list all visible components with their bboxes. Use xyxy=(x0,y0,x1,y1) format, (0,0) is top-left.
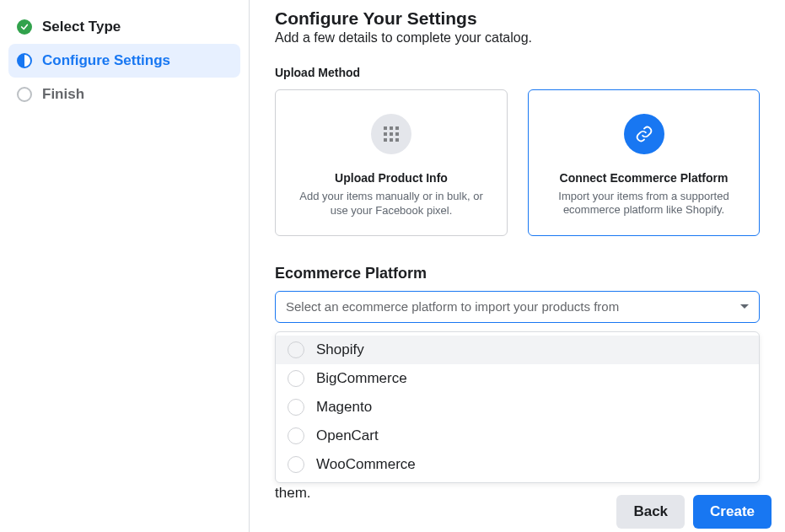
method-upload-product-info[interactable]: Upload Product Info Add your items manua… xyxy=(275,89,508,236)
platform-option-shopify[interactable]: Shopify xyxy=(276,336,759,364)
platform-option-magento[interactable]: Magento xyxy=(276,393,759,422)
check-circle-icon xyxy=(17,19,32,35)
svg-rect-1 xyxy=(390,126,393,130)
ecommerce-platform-dropdown: Shopify BigCommerce Magento OpenCart Woo… xyxy=(275,331,760,483)
create-button[interactable]: Create xyxy=(693,495,772,529)
step-finish[interactable]: Finish xyxy=(8,78,240,111)
select-placeholder: Select an ecommerce platform to import y… xyxy=(286,299,619,314)
platform-option-woocommerce[interactable]: WooCommerce xyxy=(276,450,759,479)
svg-rect-2 xyxy=(395,126,399,130)
platform-option-label: BigCommerce xyxy=(316,370,407,387)
method-description: Import your items from a supported ecomm… xyxy=(544,190,745,218)
radio-icon xyxy=(288,427,304,444)
page-title: Configure Your Settings xyxy=(275,8,760,29)
svg-rect-0 xyxy=(384,126,387,130)
step-label: Select Type xyxy=(42,19,121,35)
empty-circle-icon xyxy=(17,87,32,102)
radio-icon xyxy=(288,456,304,473)
svg-rect-5 xyxy=(395,132,399,136)
svg-rect-4 xyxy=(390,132,393,136)
caret-down-icon xyxy=(740,304,749,309)
platform-option-label: Shopify xyxy=(316,341,364,358)
upload-method-label: Upload Method xyxy=(275,66,760,79)
grid-icon xyxy=(371,114,411,154)
link-icon xyxy=(624,114,664,154)
radio-icon xyxy=(288,370,304,387)
radio-icon xyxy=(288,341,304,358)
svg-rect-6 xyxy=(384,138,387,142)
half-circle-progress-icon xyxy=(17,53,32,68)
method-title: Upload Product Info xyxy=(291,171,492,185)
step-configure-settings[interactable]: Configure Settings xyxy=(8,44,240,78)
footer-actions: Back Create xyxy=(616,495,772,529)
platform-option-label: OpenCart xyxy=(316,427,379,444)
platform-option-label: Magento xyxy=(316,399,372,416)
wizard-sidebar: Select Type Configure Settings Finish xyxy=(0,0,250,532)
svg-rect-7 xyxy=(390,138,393,142)
platform-option-opencart[interactable]: OpenCart xyxy=(276,422,759,450)
svg-rect-3 xyxy=(384,132,387,136)
page-subtitle: Add a few details to complete your catal… xyxy=(275,30,760,46)
ecommerce-platform-select[interactable]: Select an ecommerce platform to import y… xyxy=(275,291,760,323)
step-label: Configure Settings xyxy=(42,52,170,69)
method-description: Add your items manually or in bulk, or u… xyxy=(291,190,492,218)
platform-option-bigcommerce[interactable]: BigCommerce xyxy=(276,364,759,393)
ecommerce-platform-label: Ecommerce Platform xyxy=(275,265,760,282)
step-label: Finish xyxy=(42,86,84,103)
step-select-type[interactable]: Select Type xyxy=(8,10,240,44)
platform-option-label: WooCommerce xyxy=(316,456,416,473)
method-connect-ecommerce[interactable]: Connect Ecommerce Platform Import your i… xyxy=(528,89,760,236)
upload-method-options: Upload Product Info Add your items manua… xyxy=(275,89,760,236)
radio-icon xyxy=(288,399,304,416)
back-button[interactable]: Back xyxy=(616,495,685,529)
method-title: Connect Ecommerce Platform xyxy=(544,171,745,185)
svg-rect-8 xyxy=(395,138,399,142)
main-panel: Configure Your Settings Add a few detail… xyxy=(250,0,785,532)
